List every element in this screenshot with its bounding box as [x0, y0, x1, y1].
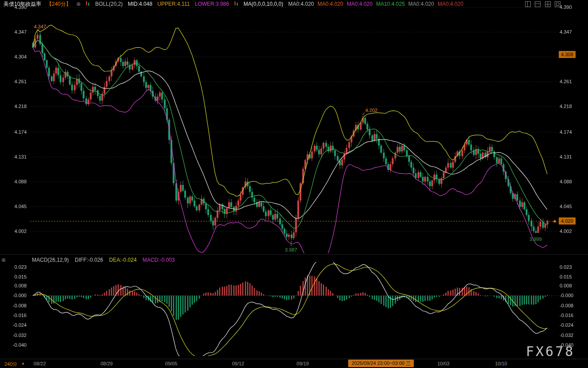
macd-diff-value: DIFF:-0.026	[75, 257, 103, 263]
price-badge: 4.020	[559, 217, 576, 225]
header-toolbar	[523, 1, 561, 9]
macd-axis-label: 0.015	[0, 274, 27, 280]
trading-chart-app: 美债10年收益率 【240分】 ⊕ BOLL(20,2) MID:4.048 U…	[0, 0, 588, 368]
price-axis-label: 4.261	[560, 78, 572, 85]
ma-values-group: MA0:4.020MA0:4.020MA0:4.020MA10:4.025MA0…	[288, 1, 467, 7]
x-axis-label: 08/22	[34, 361, 46, 366]
macd-dea-value: DEA:-0.024	[109, 257, 137, 263]
macd-axis-label: -0.024	[0, 322, 27, 328]
macd-axis-label: -0.024	[560, 322, 573, 328]
x-axis-highlight-label: 2025/09/24 23:00~03:00 三	[349, 360, 414, 367]
ma-value: MA0:4.020	[408, 1, 434, 7]
boll-label: BOLL(20,2)	[95, 1, 123, 7]
macd-axis-label: 0.008	[0, 283, 27, 289]
macd-label: MACD(26,12,9)	[32, 257, 69, 263]
x-axis-label: 09/12	[232, 361, 244, 366]
boll-upper-value: UPPER:4.111	[157, 1, 190, 7]
macd-macd-value: MACD:-0.003	[142, 257, 175, 263]
price-axis-label: 4.304	[0, 54, 27, 60]
price-axis-label: 4.088	[560, 178, 572, 185]
price-axis-label: 4.174	[560, 129, 572, 135]
split-horizontal-icon[interactable]	[535, 1, 541, 7]
macd-axis-label: -0.016	[0, 312, 27, 318]
x-axis-label: 10/10	[495, 361, 507, 366]
price-axis-label: 4.131	[560, 154, 572, 160]
grid-layout-icon[interactable]	[545, 1, 551, 7]
x-axis-label: 09/19	[297, 361, 309, 366]
chart-header: 美债10年收益率 【240分】 ⊕ BOLL(20,2) MID:4.048 U…	[4, 0, 470, 8]
ma-value: MA0:4.020	[438, 1, 463, 7]
macd-axis-label: 0.015	[560, 274, 572, 280]
x-axis-label: 09/05	[165, 361, 177, 366]
macd-axis-label: -0.032	[0, 332, 27, 338]
boll-mid-value: MID:4.048	[128, 1, 152, 7]
price-axis-label: 4.218	[0, 103, 27, 109]
ma-indicator-icon	[234, 1, 239, 6]
price-marker-icon	[553, 220, 557, 222]
x-axis-label: 08/29	[101, 361, 113, 366]
ma-label: MA(0,0,0,10,0,0)	[243, 1, 283, 7]
x-axis-label: 10/03	[437, 361, 450, 366]
macd-axis-label: -0.032	[560, 332, 573, 338]
price-axis-label: 4.131	[0, 154, 27, 160]
price-badge: 4.308	[559, 51, 576, 58]
price-axis-label: 4.045	[0, 203, 27, 209]
add-indicator-icon[interactable]: ⊕	[76, 1, 81, 7]
macd-axis-label: -0.008	[560, 302, 573, 309]
split-vertical-icon[interactable]	[525, 1, 531, 7]
price-axis-label: 4.390	[560, 4, 572, 10]
ma-value: MA0:4.020	[288, 1, 314, 7]
watermark: FX678	[526, 344, 575, 359]
chart-canvas[interactable]	[0, 0, 588, 368]
price-axis-label: 4.218	[560, 103, 572, 109]
macd-axis-label: -0.040	[0, 342, 27, 348]
price-axis-label: 4.261	[0, 78, 27, 85]
macd-header: MACD(26,12,9) DIFF:-0.026 DEA:-0.024 MAC…	[32, 257, 179, 263]
period-indicator[interactable]: 240分	[4, 361, 17, 368]
macd-axis-label: -0.000	[0, 292, 27, 298]
macd-axis-label: 0.023	[0, 264, 27, 270]
price-axis-label: 4.174	[0, 129, 27, 135]
period-selector[interactable]: 【240分】	[47, 1, 71, 7]
macd-settings-icon[interactable]: ⊕	[1, 257, 6, 263]
ma-value: MA0:4.020	[318, 1, 343, 7]
price-annotation-high: 4.202	[365, 108, 378, 113]
macd-axis-label: -0.016	[560, 312, 573, 318]
page-title: 美债10年收益率	[4, 1, 41, 7]
boll-indicator-icon	[86, 1, 90, 6]
price-axis-label: 4.088	[0, 178, 27, 185]
price-axis-label: 4.002	[560, 228, 572, 234]
maximize-icon[interactable]	[555, 1, 561, 7]
price-axis-label: 4.347	[560, 29, 572, 35]
macd-axis-label: -0.008	[0, 302, 27, 309]
price-annotation-low: 3.999	[529, 236, 542, 242]
macd-axis-label: 0.008	[560, 283, 572, 289]
macd-axis-label: -0.000	[560, 292, 573, 298]
price-axis-label: 4.002	[0, 228, 27, 234]
price-axis-label: 4.347	[0, 29, 27, 35]
price-annotation-low: 3.987	[285, 247, 298, 252]
ma-value: MA0:4.020	[347, 1, 372, 7]
ma-value: MA10:4.025	[376, 1, 405, 7]
price-annotation-high: 4.347	[34, 24, 46, 29]
boll-lower-value: LOWER:3.986	[195, 1, 229, 7]
price-axis-label: 4.045	[560, 203, 572, 209]
macd-axis-label: 0.023	[560, 264, 572, 270]
up-triangle-icon: ▲	[21, 361, 25, 365]
